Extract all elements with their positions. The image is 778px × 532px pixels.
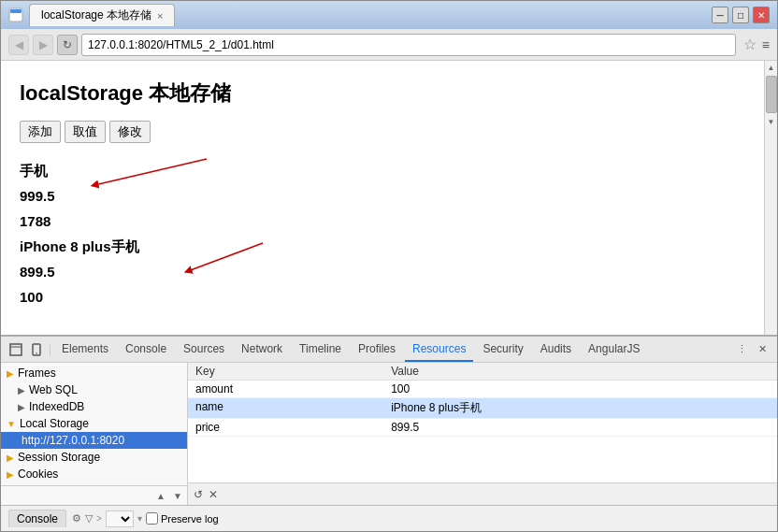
data-item-3: iPhone 8 plus手机 — [20, 234, 745, 259]
tab-separator-1 — [50, 343, 50, 356]
svg-rect-1 — [10, 9, 22, 13]
data-table: Key Value amount100nameiPhone 8 plus手机pr… — [188, 363, 777, 437]
table-row[interactable]: amount100 — [188, 381, 777, 398]
devtools-bottom-bar: ↺ ✕ — [188, 482, 777, 505]
action-buttons: 添加 取值 修改 — [20, 121, 745, 143]
window-controls: ─ □ ✕ — [712, 7, 770, 23]
data-display: 手机 999.5 1788 iPhone 8 plus手机 899.5 100 — [20, 158, 745, 309]
tab-console[interactable]: Console — [118, 337, 174, 362]
close-btn[interactable]: ✕ — [753, 7, 770, 23]
console-frame-selector[interactable] — [106, 510, 134, 527]
tab-sources[interactable]: Sources — [176, 337, 232, 362]
console-filter-icon[interactable]: ▽ — [85, 512, 93, 525]
cell-value: iPhone 8 plus手机 — [383, 398, 777, 419]
devtools-close-btn[interactable]: ✕ — [753, 340, 771, 359]
maximize-btn[interactable]: □ — [732, 7, 749, 23]
devtools-panel: Elements Console Sources Network Timelin… — [1, 335, 777, 531]
cell-key: price — [188, 419, 383, 437]
refresh-btn[interactable]: ↻ — [57, 35, 78, 55]
get-btn[interactable]: 取值 — [65, 121, 106, 143]
preserve-log-label[interactable]: Preserve log — [146, 512, 219, 525]
page-title: localStorage 本地存储 — [20, 79, 745, 108]
indexeddb-label: IndexedDB — [29, 400, 84, 413]
table-row[interactable]: nameiPhone 8 plus手机 — [188, 398, 777, 419]
data-item-1: 999.5 — [20, 183, 745, 208]
browser-tab[interactable]: localStorage 本地存储 × — [29, 4, 175, 26]
localstorage-label: Local Storage — [20, 417, 89, 430]
browser-window: localStorage 本地存储 × ─ □ ✕ ◀ ▶ ↻ ☆ ≡ loca… — [0, 0, 778, 532]
col-header-value: Value — [383, 363, 777, 381]
title-bar: localStorage 本地存储 × ─ □ ✕ — [1, 1, 777, 29]
devtools-toolbar: Elements Console Sources Network Timelin… — [1, 337, 777, 363]
cell-value: 899.5 — [383, 419, 777, 437]
tree-item-frames[interactable]: ▶ Frames — [1, 365, 187, 381]
scroll-down-btn[interactable]: ▼ — [765, 115, 778, 128]
delete-storage-btn[interactable]: ✕ — [209, 488, 218, 501]
tab-resources[interactable]: Resources — [405, 337, 473, 362]
page-main: localStorage 本地存储 添加 取值 修改 手机 999.5 1788… — [1, 61, 777, 531]
storage-table: Key Value amount100nameiPhone 8 plus手机pr… — [188, 363, 777, 482]
preserve-log-checkbox[interactable] — [146, 512, 158, 525]
devtools-tree: ▶ Frames ▶ Web SQL ▶ IndexedDB ▼ — [1, 363, 187, 485]
devtools-right-panel: Key Value amount100nameiPhone 8 plus手机pr… — [188, 363, 777, 505]
address-bar[interactable] — [81, 34, 736, 56]
cell-key: name — [188, 398, 383, 419]
scroll-up-left-btn[interactable]: ▲ — [153, 488, 168, 503]
data-item-2: 1788 — [20, 208, 745, 234]
svg-point-8 — [36, 352, 37, 354]
indexeddb-icon: ▶ — [18, 402, 25, 412]
tab-audits[interactable]: Audits — [533, 337, 579, 362]
nav-bar: ◀ ▶ ↻ ☆ ≡ — [1, 29, 777, 61]
minimize-btn[interactable]: ─ — [712, 7, 728, 23]
tab-security[interactable]: Security — [475, 337, 530, 362]
tab-network[interactable]: Network — [234, 337, 290, 362]
devtools-inspect-btn[interactable] — [7, 340, 25, 359]
tree-item-indexeddb[interactable]: ▶ IndexedDB — [1, 398, 187, 415]
left-scroll-controls: ▲ ▼ — [1, 485, 187, 505]
scroll-up-btn[interactable]: ▲ — [765, 61, 778, 74]
tree-item-websql[interactable]: ▶ Web SQL — [1, 381, 187, 398]
refresh-storage-btn[interactable]: ↺ — [194, 488, 203, 501]
page-content: localStorage 本地存储 添加 取值 修改 手机 999.5 1788… — [1, 61, 764, 335]
sessionstorage-label: Session Storage — [18, 451, 100, 464]
websql-label: Web SQL — [29, 383, 78, 396]
back-btn[interactable]: ◀ — [8, 35, 29, 55]
tree-item-localstorage[interactable]: ▼ Local Storage — [1, 415, 187, 432]
bookmark-icon[interactable]: ☆ — [743, 36, 756, 53]
scroll-down-left-btn[interactable]: ▼ — [170, 488, 185, 503]
frames-arrow-icon: ▶ — [7, 368, 14, 379]
devtools-body: ▶ Frames ▶ Web SQL ▶ IndexedDB ▼ — [1, 363, 777, 505]
localstorage-arrow-icon: ▼ — [7, 419, 16, 429]
browser-icon — [8, 7, 23, 22]
svg-rect-5 — [10, 344, 22, 355]
cookies-label: Cookies — [18, 467, 58, 481]
cookies-arrow-icon: ▶ — [7, 469, 14, 480]
tab-close-btn[interactable]: × — [157, 10, 163, 22]
tree-item-localstorage-origin[interactable]: http://127.0.0.1:8020 — [1, 432, 187, 449]
console-tab-btn[interactable]: Console — [8, 510, 66, 527]
menu-icon[interactable]: ≡ — [762, 37, 770, 52]
frames-label: Frames — [18, 367, 56, 380]
page-scrollbar[interactable]: ▲ ▼ — [764, 61, 777, 335]
devtools-left-panel: ▶ Frames ▶ Web SQL ▶ IndexedDB ▼ — [1, 363, 188, 505]
console-bar: Console ⚙ ▽ > ▾ Preserve log — [1, 505, 777, 531]
console-settings-icon[interactable]: ⚙ — [72, 512, 81, 525]
cell-value: 100 — [383, 381, 777, 398]
devtools-mobile-btn[interactable] — [27, 340, 46, 359]
table-row[interactable]: price899.5 — [188, 419, 777, 437]
col-header-key: Key — [188, 363, 383, 381]
tab-elements[interactable]: Elements — [54, 337, 116, 362]
modify-btn[interactable]: 修改 — [109, 121, 151, 143]
sessionstorage-arrow-icon: ▶ — [7, 453, 14, 463]
tab-profiles[interactable]: Profiles — [351, 337, 403, 362]
devtools-more-btn[interactable]: ⋮ — [732, 340, 751, 359]
scroll-thumb[interactable] — [766, 76, 777, 113]
forward-btn[interactable]: ▶ — [33, 35, 53, 55]
tab-angularjs[interactable]: AngularJS — [581, 337, 647, 362]
origin-label: http://127.0.0.1:8020 — [22, 434, 124, 447]
add-btn[interactable]: 添加 — [20, 121, 61, 143]
console-input-area: ⚙ ▽ > ▾ Preserve log — [72, 510, 770, 527]
tree-item-cookies[interactable]: ▶ Cookies — [1, 466, 187, 482]
tree-item-sessionstorage[interactable]: ▶ Session Storage — [1, 449, 187, 466]
tab-timeline[interactable]: Timeline — [292, 337, 349, 362]
